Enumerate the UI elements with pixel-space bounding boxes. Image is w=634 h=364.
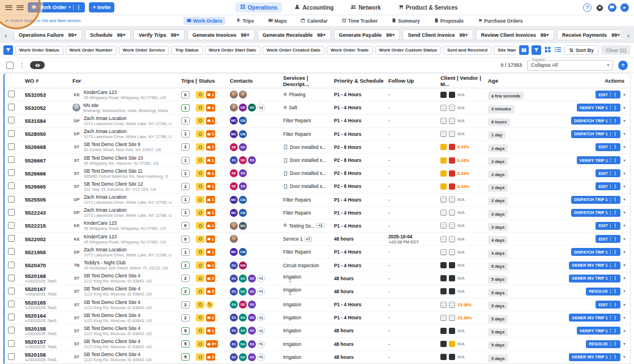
action-button[interactable]: GENER INV TRIP 1⋮ [569, 353, 620, 361]
trips-count[interactable]: 5 [181, 327, 190, 335]
wo-number[interactable]: 5520164 [25, 312, 72, 319]
action-menu-dots[interactable]: ⋮ [613, 341, 618, 346]
row-expand-caret[interactable]: ▾ [623, 158, 626, 163]
contacts[interactable]: MCGB [230, 196, 283, 204]
expand-collapse-dropdown[interactable]: Expand Collapse All ▾ [527, 60, 613, 71]
trips-count[interactable]: 1 [181, 249, 190, 256]
action-menu-dots[interactable]: ⋮ [613, 131, 618, 136]
table-row[interactable]: 5522243 DPZach Xmas Location1073 Lakesho… [5, 207, 630, 220]
wo-number[interactable]: 5532053 [25, 92, 72, 98]
action-button[interactable]: EDIT⋮ [596, 182, 620, 190]
trips-count[interactable]: 1 [181, 157, 190, 164]
action-menu-dots[interactable]: ⋮ [613, 92, 618, 97]
wo-number[interactable]: 5520156 [25, 352, 72, 358]
row-checkbox[interactable] [8, 314, 15, 320]
nav-operations[interactable]: Operations [235, 2, 282, 12]
filter-chip-site-name[interactable]: Site Name [494, 46, 516, 55]
pipeline-tab-review-client-invoices[interactable]: Review Client Invoices99+ [476, 29, 554, 40]
nav-product-services[interactable]: Product & Services [393, 2, 462, 12]
trips-count[interactable]: 1 [181, 130, 190, 138]
row-checkbox[interactable] [8, 209, 15, 216]
action-button[interactable]: GENER INV TRIP 1⋮ [569, 262, 620, 269]
trips-count[interactable]: 1 [181, 183, 190, 190]
row-expand-caret[interactable]: ▾ [623, 341, 626, 346]
tab-work-orders[interactable]: Work Orders [183, 17, 225, 25]
row-checkbox[interactable] [8, 288, 15, 294]
row-checkbox[interactable] [8, 156, 15, 163]
row-expand-caret[interactable]: ▾ [623, 263, 626, 268]
row-expand-caret[interactable]: ▾ [623, 171, 626, 176]
table-row[interactable]: 5521955 DPZach Xmas Location1073 Lakesho… [5, 246, 630, 259]
col-services[interactable]: Services | Descript... [283, 75, 334, 87]
contacts[interactable]: SESS [230, 182, 283, 190]
action-button[interactable]: VERIFY TRIP 1⋮ [577, 104, 620, 112]
table-row[interactable]: 5520158↳03102025 -Test1 STSB Test Demo C… [5, 324, 630, 337]
trips-count[interactable]: 2 [181, 288, 190, 295]
table-row[interactable]: 5532052 NN siteBharsingi, Maharashtra, I… [5, 101, 630, 114]
tab-proposals[interactable]: Proposals [431, 17, 467, 25]
tab-summary[interactable]: Summary [388, 17, 423, 25]
table-row[interactable]: 5526666 STSB Test Demo Client Site 11965… [5, 167, 630, 180]
col-trips-status[interactable]: Trips | Status [181, 78, 230, 84]
col-for[interactable]: For [72, 78, 181, 84]
action-button[interactable]: EDIT⋮ [596, 222, 620, 230]
wo-number[interactable]: 5522243 [25, 209, 72, 216]
row-expand-caret[interactable]: ▾ [623, 328, 626, 333]
contacts[interactable]: D1KN [230, 262, 283, 269]
contacts[interactable]: D1SASS+1 [230, 327, 283, 335]
table-row[interactable]: 5531584 DPZach Xmas Location1073 Lakesho… [5, 114, 630, 127]
trips-count[interactable]: 1 [181, 117, 190, 125]
action-button[interactable]: EDIT⋮ [596, 91, 620, 99]
trips-count[interactable]: 1 [181, 209, 190, 216]
action-menu-dots[interactable]: ⋮ [613, 184, 618, 189]
row-expand-caret[interactable]: ▾ [623, 276, 626, 281]
row-checkbox[interactable] [8, 248, 15, 255]
pipeline-tab-receive-payments[interactable]: Receive Payments99+ [557, 29, 620, 40]
menu-icon[interactable] [5, 5, 12, 10]
wo-number[interactable]: 5520167 [25, 286, 72, 292]
col-client-vendor[interactable]: Client | Vendor | M... [440, 75, 488, 87]
row-checkbox[interactable] [8, 340, 15, 347]
filter-chip-sent-and-received[interactable]: Sent and Received [443, 46, 491, 55]
table-row[interactable]: 5520167↳03102025 -Test1 STSB Test Demo C… [5, 285, 630, 298]
table-row[interactable]: 5522002 KEKinderCare 12345 Whippany Road… [5, 233, 630, 246]
contacts[interactable] [230, 91, 283, 99]
filter-chip-work-order-start-date[interactable]: Work Order Start Date [205, 46, 260, 55]
pipeline-scroll-right-icon[interactable]: › [627, 31, 629, 39]
action-menu-dots[interactable]: ⋮ [613, 197, 618, 202]
trips-count[interactable]: 2 [181, 301, 190, 309]
list-view-icon[interactable] [554, 45, 562, 55]
trips-count[interactable]: 5 [181, 353, 190, 361]
row-expand-caret[interactable]: ▾ [623, 144, 626, 149]
row-checkbox[interactable] [8, 353, 15, 360]
contacts[interactable]: D1SASS+1 [230, 275, 283, 282]
col-priority[interactable]: Priority & Schedule [334, 78, 388, 84]
table-row[interactable]: 5520156↳03102025 -Test1 STSB Test Demo C… [5, 351, 630, 364]
contacts[interactable]: D1SESS [230, 156, 283, 164]
wo-number[interactable]: 5528050 [25, 131, 72, 137]
trips-count[interactable]: 1 [181, 170, 190, 177]
row-expand-caret[interactable]: ▾ [623, 118, 626, 123]
filter-chip-work-order-custom-status[interactable]: Work Order Custom Status [375, 46, 442, 55]
trips-count[interactable]: 1 [181, 196, 190, 203]
action-button[interactable]: DISPATCH TRIP 1⋮ [571, 248, 620, 256]
wo-number[interactable]: 5520165 [25, 299, 72, 306]
tab-purchase-orders[interactable]: Purchase Orders [474, 17, 526, 25]
sort-by-button[interactable]: ⇅ Sort By [564, 45, 598, 55]
pipeline-tab-generate-payable[interactable]: Generate Payable99+ [334, 29, 400, 40]
pipeline-tab-generate-receivable[interactable]: Generate Receivable99+ [258, 29, 331, 40]
row-expand-caret[interactable]: ▾ [623, 105, 626, 110]
table-row[interactable]: 5520164↳03102025 -Test1 STSB Test Demo C… [5, 311, 630, 324]
action-menu-dots[interactable]: ⋮ [613, 144, 618, 149]
action-button[interactable]: DISPATCH TRIP 1⋮ [571, 117, 620, 125]
row-checkbox[interactable] [8, 301, 15, 307]
row-checkbox[interactable] [8, 182, 15, 189]
row-expand-caret[interactable]: ▾ [623, 237, 626, 242]
action-menu-dots[interactable]: ⋮ [613, 210, 618, 215]
action-button[interactable]: DISPATCH TRIP 1⋮ [571, 130, 620, 138]
row-checkbox[interactable] [8, 117, 15, 123]
pipeline-tab-verify-trips[interactable]: Verify Trips99+ [134, 29, 185, 40]
contacts[interactable]: SASESS [230, 301, 283, 309]
advanced-filter-button[interactable] [532, 45, 541, 55]
table-row[interactable]: 5528050 DPZach Xmas Location1073 Lakesho… [5, 128, 630, 141]
